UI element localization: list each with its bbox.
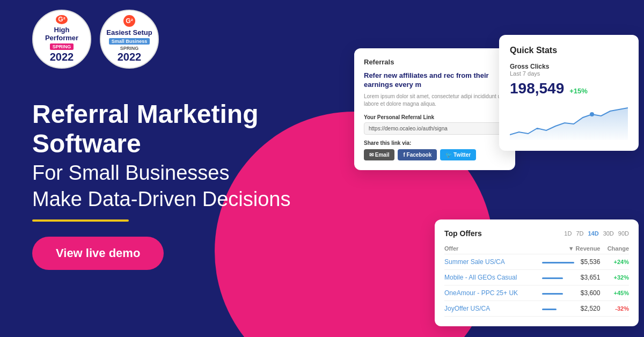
referrals-link-value[interactable]: https://demo.ocaleo.io/auth/signa [364, 122, 506, 135]
share-email-button[interactable]: ✉ Email [364, 149, 394, 160]
revenue-value: $3,600 [574, 285, 601, 301]
revenue-bar [542, 293, 563, 295]
badge-subtitle-1: SPRING [50, 43, 74, 50]
revenue-value: $2,520 [574, 301, 601, 317]
view-demo-button[interactable]: View live demo [32, 237, 164, 270]
col-offer: Offer [444, 243, 542, 254]
change-value: +32% [600, 270, 629, 285]
referrals-link-label: Your Personal Referral Link [364, 114, 506, 120]
table-row: OneAmour - PPC 25+ UK $3,600 +45% [444, 285, 629, 301]
tab-7d[interactable]: 7D [576, 230, 583, 237]
referrals-share-label: Share this link via: [364, 140, 506, 146]
tab-1d[interactable]: 1D [564, 230, 572, 237]
table-row: Summer Sale US/CA $5,536 +24% [444, 254, 629, 270]
col-change: Change [600, 243, 629, 254]
referrals-body: Lorem ipsum dolor sit amet, consectetur … [364, 93, 506, 108]
badge-subtitle-2: Small Business [109, 38, 150, 45]
referrals-card-title: Referrals [364, 58, 506, 66]
offer-name[interactable]: OneAmour - PPC 25+ UK [444, 285, 542, 301]
quick-stats-value: 198,549 [510, 80, 564, 97]
quick-stats-metric-sub: Last 7 days [510, 70, 628, 77]
change-value: +45% [600, 285, 629, 301]
badge-year-1: 2022 [50, 51, 74, 63]
revenue-bar [542, 262, 574, 263]
sparkline-chart [510, 102, 628, 140]
offer-name[interactable]: JoyOffer US/CA [444, 301, 542, 317]
referrals-headline: Refer new affiliates and rec from their … [364, 71, 506, 90]
col-revenue: ▼ Revenue [542, 243, 601, 254]
badges-row: G² High Performer SPRING 2022 G² Easiest… [32, 10, 159, 69]
revenue-bar [542, 309, 557, 310]
revenue-bar-cell [542, 301, 574, 317]
badge-high-performer: G² High Performer SPRING 2022 [32, 10, 91, 69]
quick-stats-metric-label: Gross Clicks [510, 63, 628, 70]
change-value: -32% [600, 301, 629, 317]
quick-stats-title: Quick Stats [510, 46, 628, 55]
g2-logo-1: G² [56, 15, 68, 24]
table-row: Mobile - All GEOs Casual $3,651 +32% [444, 270, 629, 285]
quick-stats-change: +15% [569, 87, 588, 95]
badge-year-2: 2022 [118, 51, 142, 63]
top-offers-card: Top Offers 1D 7D 14D 30D 90D Offer ▼ Rev… [435, 219, 639, 326]
referrals-card: Referrals Refer new affiliates and rec f… [354, 48, 515, 170]
top-offers-table: Offer ▼ Revenue Change Summer Sale US/CA… [444, 243, 629, 317]
badge-title-1: High Performer [38, 26, 86, 42]
badge-season-2: SPRING [120, 46, 139, 51]
change-value: +24% [600, 254, 629, 270]
share-twitter-button[interactable]: 🐦 Twitter [440, 149, 476, 160]
top-offers-title: Top Offers [444, 229, 482, 238]
revenue-value: $3,651 [574, 270, 601, 285]
badge-title-2: Easiest Setup [106, 28, 152, 37]
tab-30d[interactable]: 30D [603, 230, 614, 237]
offer-name[interactable]: Summer Sale US/CA [444, 254, 542, 270]
g2-logo-2: G² [123, 15, 135, 27]
table-row: JoyOffer US/CA $2,520 -32% [444, 301, 629, 317]
badge-easiest-setup: G² Easiest Setup Small Business SPRING 2… [100, 10, 159, 69]
revenue-bar-cell [542, 285, 574, 301]
top-offers-tabs: 1D 7D 14D 30D 90D [564, 230, 629, 237]
hero-line1: Referral Marketing Software [32, 99, 365, 158]
tab-14d[interactable]: 14D [588, 230, 598, 237]
top-offers-header: Top Offers 1D 7D 14D 30D 90D [444, 229, 629, 238]
revenue-bar [542, 277, 564, 279]
svg-point-0 [590, 112, 594, 116]
revenue-bar-cell [542, 254, 574, 270]
quick-stats-card: Quick Stats Gross Clicks Last 7 days 198… [499, 35, 639, 151]
offer-name[interactable]: Mobile - All GEOs Casual [444, 270, 542, 285]
right-section: Referrals Refer new affiliates and rec f… [333, 0, 644, 337]
hero-line2: For Small Businesses [32, 161, 365, 186]
share-facebook-button[interactable]: f Facebook [398, 149, 437, 160]
quick-stats-value-row: 198,549 +15% [510, 80, 628, 97]
revenue-value: $5,536 [574, 254, 601, 270]
referrals-share-buttons: ✉ Email f Facebook 🐦 Twitter [364, 149, 506, 160]
accent-underline [32, 219, 129, 222]
revenue-bar-cell [542, 270, 574, 285]
tab-90d[interactable]: 90D [618, 230, 629, 237]
hero-line3: Make Data-Driven Decisions [32, 187, 365, 212]
